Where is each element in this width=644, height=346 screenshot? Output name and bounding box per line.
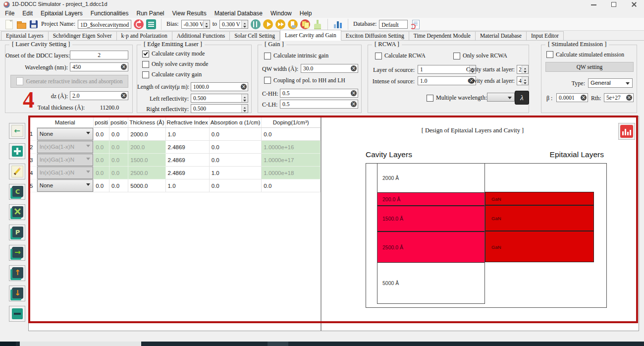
row-number-cell[interactable]: 3	[29, 154, 37, 167]
copy-layer-button[interactable]: C	[9, 184, 25, 200]
checkbox-icon[interactable]	[427, 95, 433, 102]
absorption-cell[interactable]: 1.0	[209, 167, 262, 179]
calculate-rcwa-checkbox[interactable]: Calculate RCWA	[375, 52, 426, 59]
close-icon[interactable]	[625, 0, 643, 9]
run-report-icon[interactable]	[288, 19, 298, 29]
absorption-cell[interactable]: 0.0	[209, 141, 262, 154]
clear-icon[interactable]	[626, 95, 632, 101]
cavity-starts-spinner[interactable]: 2	[517, 65, 529, 74]
row-number-cell[interactable]: 1	[29, 128, 37, 141]
refractive-index-cell[interactable]: 1.0	[165, 179, 209, 192]
doping-cell[interactable]: 0.0	[262, 128, 321, 141]
insert-layer-button[interactable]: →	[9, 245, 25, 261]
rth-input[interactable]: 5e+27	[604, 93, 634, 102]
cut-layer-button[interactable]	[9, 204, 25, 220]
clear-icon[interactable]	[121, 64, 127, 70]
clear-icon[interactable]	[351, 65, 357, 71]
tab-laser-cavity-and-gain[interactable]: Laser Cavity and Gain	[280, 30, 341, 41]
cavity-length-input[interactable]: 1000.0	[191, 82, 248, 91]
database-input[interactable]: Default	[379, 20, 408, 29]
refractive-index-cell[interactable]: 2.4869	[165, 167, 209, 179]
thickness-cell[interactable]: 2000.0	[128, 128, 165, 141]
refractive-index-cell[interactable]: 1.0	[165, 128, 209, 141]
menu-item-epitaxial-layers[interactable]: Epitaxial Layers	[37, 10, 87, 17]
only-solve-cavity-mode-checkbox[interactable]: Only solve cavity mode	[142, 60, 208, 68]
checkbox-icon[interactable]	[375, 53, 382, 59]
row-number-cell[interactable]: 5	[29, 179, 37, 192]
import-layer-button[interactable]: ←	[9, 123, 25, 139]
type-dropdown[interactable]: General	[588, 78, 633, 88]
clear-icon[interactable]	[121, 93, 127, 99]
lambda-button[interactable]: λ	[515, 91, 529, 105]
clear-icon[interactable]	[241, 84, 247, 90]
calculate-stimulated-emission-checkbox[interactable]: Calculate stimulated emission	[546, 51, 624, 58]
checkbox-icon[interactable]	[264, 77, 271, 84]
row-number-cell[interactable]: 2	[29, 141, 37, 154]
qw-setting-button[interactable]: QW setting	[545, 62, 634, 72]
coupling-pol-checkbox[interactable]: Coupling of pol. to HH and LH	[264, 77, 345, 84]
tab-schr-dinger-eigen-solver[interactable]: Schrödinger Eigen Solver	[49, 31, 117, 41]
bias-to-spinner[interactable]: 0.300 V	[219, 20, 248, 29]
move-layer-up-button[interactable]: ↑	[9, 265, 25, 281]
doping-cell[interactable]: 0.0	[262, 179, 321, 192]
row-number-cell[interactable]: 4	[29, 167, 37, 179]
checkbox-icon[interactable]	[142, 71, 149, 78]
project-name-input[interactable]: 1D_$solvecavitymod	[78, 20, 131, 29]
run-batch-icon[interactable]	[300, 19, 310, 29]
material-database-book-icon[interactable]	[146, 19, 156, 29]
maximize-icon[interactable]	[604, 0, 622, 9]
tab-time-dependent-module[interactable]: Time Dependent Module	[409, 31, 476, 41]
checkbox-icon[interactable]	[453, 53, 460, 59]
reload-icon[interactable]	[134, 19, 144, 29]
c-lh-input[interactable]: 0.5	[280, 100, 358, 109]
checkbox-icon[interactable]	[264, 53, 271, 59]
menu-item-edit[interactable]: Edit	[18, 10, 37, 17]
run-all-icon[interactable]	[275, 19, 285, 29]
tab-material-database[interactable]: Material Database	[476, 31, 527, 41]
add-layer-button[interactable]	[9, 143, 25, 159]
dz-input[interactable]: 2.0	[70, 91, 128, 100]
layers-chart-button[interactable]	[618, 123, 635, 140]
clean-brush-icon[interactable]	[313, 19, 322, 29]
menu-item-view-results[interactable]: View Results	[168, 10, 211, 17]
minimize-icon[interactable]	[585, 0, 602, 9]
tab-k-p-and-polarization[interactable]: k·p and Polarization	[117, 31, 172, 41]
tab-exciton-diffusion-setting[interactable]: Exciton Diffusion Setting	[341, 31, 409, 41]
beta-input[interactable]: 0.0001	[556, 93, 588, 102]
calculate-intrinsic-gain-checkbox[interactable]: Calculate intrinsic gain	[264, 52, 328, 59]
menu-item-window[interactable]: Window	[267, 10, 296, 17]
run-icon[interactable]	[263, 19, 273, 29]
checkbox-checked-icon[interactable]	[142, 51, 149, 58]
clear-icon[interactable]	[581, 95, 587, 101]
tab-epitaxial-layers[interactable]: Epitaxial Layers	[1, 31, 49, 41]
absorption-cell[interactable]: 0.0	[209, 128, 262, 141]
calculate-cavity-mode-checkbox[interactable]: Calculate cavity mode	[142, 50, 205, 58]
absorption-cell[interactable]: 0.0	[209, 154, 262, 167]
move-layer-down-button[interactable]: ↓	[9, 286, 25, 301]
multiple-wavelength-dropdown[interactable]	[487, 93, 515, 102]
remove-layer-button[interactable]	[9, 306, 25, 322]
clear-icon[interactable]	[351, 101, 357, 107]
new-file-icon[interactable]	[4, 19, 14, 29]
results-chart-icon[interactable]	[333, 19, 343, 29]
only-solve-rcwa-checkbox[interactable]: Only solve RCWA	[453, 52, 507, 59]
run-settings-icon[interactable]	[251, 19, 261, 29]
open-file-icon[interactable]	[16, 19, 26, 29]
qw-width-input[interactable]: 30.0	[301, 64, 358, 73]
clear-icon[interactable]	[351, 90, 357, 96]
tab-input-editor[interactable]: Input Editor	[527, 31, 564, 41]
wavelength-input[interactable]: 450	[70, 62, 128, 71]
right-reflectivity-spinner[interactable]: 0.500	[191, 104, 248, 113]
refractive-index-cell[interactable]: 2.4869	[165, 154, 209, 167]
menu-item-run-panel[interactable]: Run Panel	[132, 10, 168, 17]
menu-item-file[interactable]: File	[1, 10, 18, 17]
checkbox-icon[interactable]	[546, 51, 553, 58]
tab-solar-cell-setting[interactable]: Solar Cell Setting	[230, 31, 280, 41]
save-file-icon[interactable]	[29, 19, 39, 29]
paste-layer-button[interactable]: P	[9, 225, 25, 240]
menu-item-functionalities[interactable]: Functionalities	[87, 10, 133, 17]
tab-additional-functions[interactable]: Additional Functions	[172, 31, 230, 41]
left-reflectivity-spinner[interactable]: 0.500	[191, 94, 248, 103]
calculate-cavity-gain-checkbox[interactable]: Calculate cavity gain	[142, 71, 202, 78]
position1-cell[interactable]: 0.0	[94, 128, 109, 141]
